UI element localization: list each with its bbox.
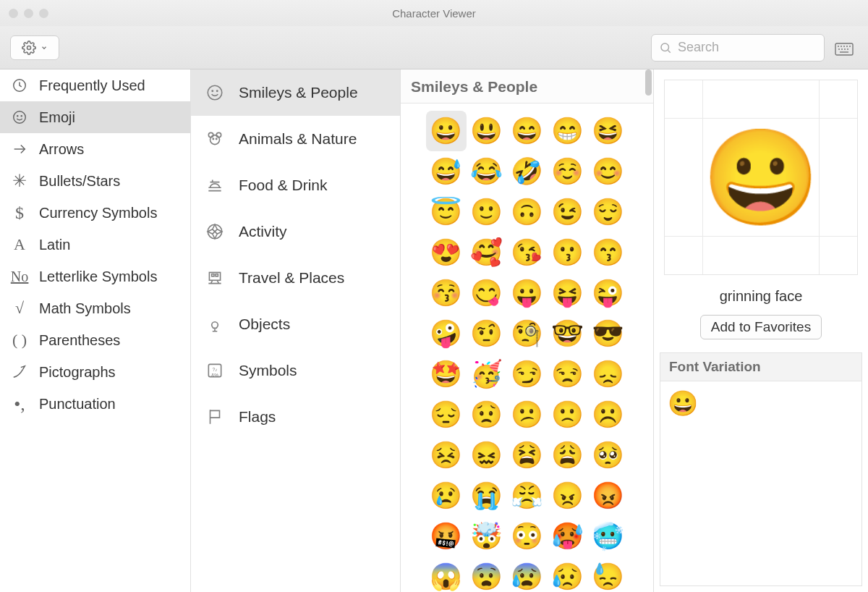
emoji-cell[interactable]: 😏 xyxy=(507,354,548,394)
emoji-cell[interactable]: 😌 xyxy=(588,192,629,232)
emoji-cell[interactable]: 😝 xyxy=(548,273,588,313)
emoji-cell[interactable]: 🙁 xyxy=(548,394,588,435)
emoji-cell[interactable]: 😋 xyxy=(467,273,507,313)
sidebar-item-label: Frequently Used xyxy=(39,77,145,94)
emoji-cell[interactable]: 😊 xyxy=(588,151,629,192)
emoji-cell[interactable]: 🤣 xyxy=(507,151,548,192)
emoji-cell[interactable]: 😍 xyxy=(426,232,467,273)
sidebar-item-label: Pictographs xyxy=(39,364,116,381)
subcategory-icon xyxy=(204,130,226,148)
sidebar-item-arrows[interactable]: Arrows xyxy=(0,133,190,165)
subcategory-animals-nature[interactable]: Animals & Nature xyxy=(191,116,400,162)
emoji-cell[interactable]: 😩 xyxy=(548,435,588,475)
sidebar-item-parentheses[interactable]: ( )Parentheses xyxy=(0,324,190,356)
emoji-cell[interactable]: 😥 xyxy=(548,557,588,592)
emoji-cell[interactable]: 🤓 xyxy=(548,313,588,354)
emoji-cell[interactable]: 😢 xyxy=(426,475,467,516)
emoji-cell[interactable]: ☺️ xyxy=(548,151,588,192)
emoji-cell[interactable]: 😒 xyxy=(548,354,588,394)
subcategory-food-drink[interactable]: Food & Drink xyxy=(191,162,400,208)
svg-text:?♪: ?♪ xyxy=(213,367,218,372)
emoji-cell[interactable]: 😰 xyxy=(507,557,548,592)
subcategory-symbols[interactable]: ?♪&%Symbols xyxy=(191,347,400,394)
sidebar-item-latin[interactable]: ALatin xyxy=(0,229,190,261)
emoji-cell[interactable]: 😜 xyxy=(588,273,629,313)
search-field[interactable] xyxy=(651,34,825,62)
emoji-cell[interactable]: 😆 xyxy=(588,111,629,151)
subcategory-flags[interactable]: Flags xyxy=(191,394,400,440)
emoji-cell[interactable]: 😁 xyxy=(548,111,588,151)
emoji-cell[interactable]: 😃 xyxy=(467,111,507,151)
emoji-cell[interactable]: 🤩 xyxy=(426,354,467,394)
emoji-cell[interactable]: 😘 xyxy=(507,232,548,273)
subcategory-travel-places[interactable]: Travel & Places xyxy=(191,255,400,301)
emoji-cell[interactable]: 🤯 xyxy=(467,516,507,557)
emoji-cell[interactable]: 😠 xyxy=(548,475,588,516)
emoji-cell[interactable]: 😇 xyxy=(426,192,467,232)
emoji-cell[interactable]: 🙃 xyxy=(507,192,548,232)
emoji-cell[interactable]: 😎 xyxy=(588,313,629,354)
emoji-cell[interactable]: 😀 xyxy=(426,111,467,151)
scrollbar-thumb[interactable] xyxy=(645,69,652,96)
sidebar-item-emoji[interactable]: Emoji xyxy=(0,101,190,133)
emoji-cell[interactable]: 😳 xyxy=(507,516,548,557)
close-button[interactable] xyxy=(9,9,18,18)
emoji-cell[interactable]: 😨 xyxy=(467,557,507,592)
sidebar-item-punctuation[interactable]: •,Punctuation xyxy=(0,388,190,420)
sidebar-item-label: Bullets/Stars xyxy=(39,173,120,190)
font-variation-glyph[interactable]: 😀 xyxy=(668,389,698,417)
sidebar-item-letterlike-symbols[interactable]: NoLetterlike Symbols xyxy=(0,261,190,292)
search-input[interactable] xyxy=(678,40,817,55)
emoji-cell[interactable]: 🥰 xyxy=(467,232,507,273)
emoji-cell[interactable]: 🤬 xyxy=(426,516,467,557)
emoji-cell[interactable]: 😣 xyxy=(426,435,467,475)
emoji-cell[interactable]: 😚 xyxy=(426,273,467,313)
emoji-cell[interactable]: 😭 xyxy=(467,475,507,516)
emoji-cell[interactable]: 😕 xyxy=(507,394,548,435)
emoji-cell[interactable]: 🥵 xyxy=(548,516,588,557)
emoji-cell[interactable]: 🧐 xyxy=(507,313,548,354)
sidebar-item-bullets-stars[interactable]: ✳︎Bullets/Stars xyxy=(0,165,190,197)
emoji-cell[interactable]: 😞 xyxy=(588,354,629,394)
emoji-cell[interactable]: 😛 xyxy=(507,273,548,313)
emoji-cell[interactable]: 🤪 xyxy=(426,313,467,354)
keyboard-viewer-button[interactable] xyxy=(830,36,858,59)
emoji-cell[interactable]: 😫 xyxy=(507,435,548,475)
emoji-cell[interactable]: 😉 xyxy=(548,192,588,232)
options-button[interactable] xyxy=(10,35,59,60)
emoji-cell[interactable]: 😖 xyxy=(467,435,507,475)
sidebar-item-math-symbols[interactable]: √Math Symbols xyxy=(0,292,190,324)
subcategory-activity[interactable]: Activity xyxy=(191,208,400,255)
minimize-button[interactable] xyxy=(24,9,33,18)
emoji-cell[interactable]: 🙂 xyxy=(467,192,507,232)
sidebar-item-pictographs[interactable]: Pictographs xyxy=(0,356,190,388)
subcategory-objects[interactable]: Objects xyxy=(191,301,400,347)
emoji-cell[interactable]: 😂 xyxy=(467,151,507,192)
emoji-cell[interactable]: 🥳 xyxy=(467,354,507,394)
emoji-cell[interactable]: 😗 xyxy=(548,232,588,273)
keyboard-icon xyxy=(835,40,854,56)
gear-icon xyxy=(22,41,36,55)
emoji-cell[interactable]: 😟 xyxy=(467,394,507,435)
numero-icon: No xyxy=(10,268,29,285)
preview-box: 😀 xyxy=(664,80,858,275)
emoji-cell[interactable]: ☹️ xyxy=(588,394,629,435)
sidebar-item-currency-symbols[interactable]: $Currency Symbols xyxy=(0,197,190,229)
zoom-button[interactable] xyxy=(39,9,48,18)
sidebar-item-frequently-used[interactable]: Frequently Used xyxy=(0,69,190,101)
add-to-favorites-button[interactable]: Add to Favorites xyxy=(700,315,822,339)
subcategory-smileys-people[interactable]: Smileys & People xyxy=(191,69,400,116)
emoji-cell[interactable]: 😡 xyxy=(588,475,629,516)
emoji-cell[interactable]: 😄 xyxy=(507,111,548,151)
emoji-cell[interactable]: 😤 xyxy=(507,475,548,516)
emoji-cell[interactable]: 🥺 xyxy=(588,435,629,475)
emoji-cell[interactable]: 🥶 xyxy=(588,516,629,557)
detail-pane: 😀 grinning face Add to Favorites Font Va… xyxy=(654,69,868,592)
emoji-cell[interactable]: 😔 xyxy=(426,394,467,435)
emoji-cell[interactable]: 😱 xyxy=(426,557,467,592)
subcategory-label: Flags xyxy=(239,408,276,426)
emoji-cell[interactable]: 😓 xyxy=(588,557,629,592)
emoji-cell[interactable]: 😙 xyxy=(588,232,629,273)
emoji-cell[interactable]: 🤨 xyxy=(467,313,507,354)
emoji-cell[interactable]: 😅 xyxy=(426,151,467,192)
